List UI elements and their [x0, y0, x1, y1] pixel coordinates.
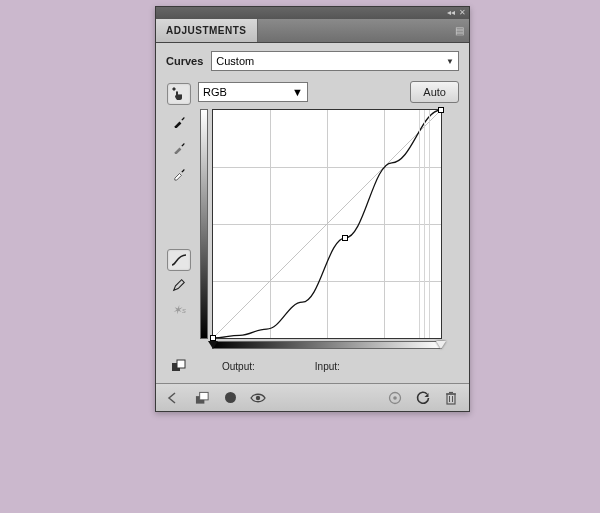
left-tool-column: ✶s: [166, 81, 192, 321]
svg-rect-9: [447, 394, 455, 404]
io-row: Output: Input:: [166, 355, 459, 377]
svg-rect-4: [199, 392, 207, 400]
auto-button[interactable]: Auto: [410, 81, 459, 103]
preset-dropdown[interactable]: Custom ▼: [211, 51, 459, 71]
preset-row: Curves Custom ▼: [166, 51, 459, 71]
collapse-icon[interactable]: ◂◂: [447, 9, 455, 17]
layers-icon[interactable]: [192, 388, 212, 408]
curve-graph[interactable]: [212, 109, 442, 339]
trash-icon[interactable]: [441, 388, 461, 408]
eyedropper-gray-icon[interactable]: [167, 136, 191, 158]
preset-value: Custom: [216, 55, 254, 67]
channel-value: RGB: [203, 86, 227, 98]
visibility-icon[interactable]: [248, 388, 268, 408]
black-point-handle[interactable]: [208, 341, 218, 349]
eyedropper-group: [167, 110, 191, 184]
input-gradient[interactable]: [212, 341, 442, 349]
curve-graph-area: RGB ▼ Auto: [198, 81, 459, 349]
close-icon[interactable]: ✕: [459, 9, 466, 17]
tab-row: ADJUSTMENTS ▤: [156, 19, 469, 43]
smooth-mode-icon[interactable]: ✶s: [167, 299, 191, 321]
chevron-down-icon: ▼: [446, 57, 454, 66]
svg-rect-2: [177, 360, 185, 368]
clip-icon[interactable]: [167, 355, 191, 377]
curve-control-point[interactable]: [342, 235, 348, 241]
channel-row: RGB ▼ Auto: [198, 81, 459, 103]
curve-mode-icon[interactable]: [167, 249, 191, 271]
targeted-adjust-tool[interactable]: [167, 83, 191, 105]
chevron-down-icon: ▼: [292, 86, 303, 98]
channel-dropdown[interactable]: RGB ▼: [198, 82, 308, 102]
curves-label: Curves: [166, 55, 203, 67]
pencil-mode-icon[interactable]: [167, 274, 191, 296]
tab-adjustments[interactable]: ADJUSTMENTS: [156, 19, 258, 42]
edit-mode-group: ✶s: [167, 249, 191, 321]
eyedropper-black-icon[interactable]: [167, 110, 191, 132]
panel-footer: [156, 383, 469, 411]
back-icon[interactable]: [164, 388, 184, 408]
tools-row: ✶s RGB ▼ Auto: [166, 81, 459, 349]
white-point-handle[interactable]: [436, 341, 446, 349]
svg-point-8: [393, 396, 397, 400]
svg-point-5: [225, 392, 236, 403]
panel-menu-icon[interactable]: ▤: [449, 19, 469, 42]
output-label: Output:: [222, 361, 255, 372]
input-label: Input:: [315, 361, 340, 372]
mask-icon[interactable]: [220, 388, 240, 408]
panel-titlebar: ◂◂ ✕: [156, 7, 469, 19]
adjustments-panel: ◂◂ ✕ ADJUSTMENTS ▤ Curves Custom ▼: [155, 6, 470, 412]
finger-icon: [171, 86, 187, 102]
panel-body: Curves Custom ▼: [156, 43, 469, 383]
svg-point-6: [256, 395, 260, 399]
output-gradient: [200, 109, 208, 339]
curve-control-point[interactable]: [438, 107, 444, 113]
reset-icon[interactable]: [413, 388, 433, 408]
eyedropper-white-icon[interactable]: [167, 162, 191, 184]
target-icon[interactable]: [385, 388, 405, 408]
